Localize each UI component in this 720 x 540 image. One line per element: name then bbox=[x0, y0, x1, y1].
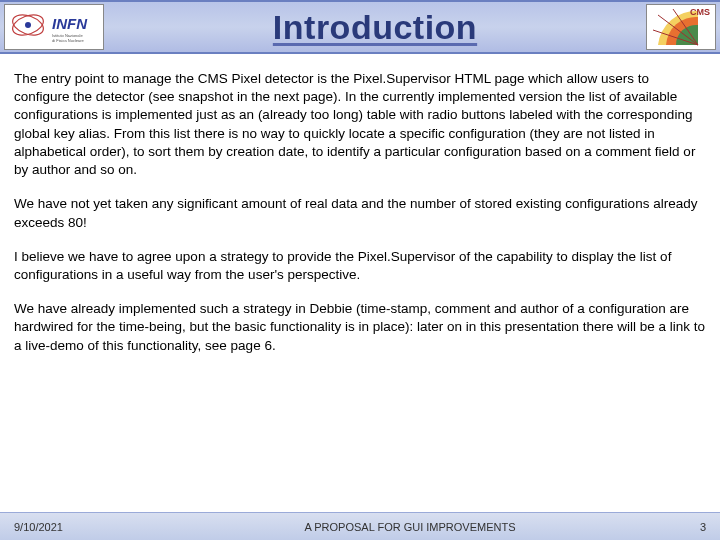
paragraph-2: We have not yet taken any significant am… bbox=[14, 195, 706, 231]
paragraph-1: The entry point to manage the CMS Pixel … bbox=[14, 70, 706, 179]
paragraph-3: I believe we have to agree upon a strate… bbox=[14, 248, 706, 284]
slide-footer: 9/10/2021 A PROPOSAL FOR GUI IMPROVEMENT… bbox=[0, 512, 720, 540]
cms-logo-text: CMS bbox=[690, 7, 710, 17]
footer-date: 9/10/2021 bbox=[0, 521, 140, 533]
slide-header: INFN Istituto Nazionale di Fisica Nuclea… bbox=[0, 0, 720, 54]
slide-body: The entry point to manage the CMS Pixel … bbox=[0, 54, 720, 355]
footer-page-number: 3 bbox=[680, 521, 720, 533]
infn-logo: INFN Istituto Nazionale di Fisica Nuclea… bbox=[4, 4, 104, 50]
svg-text:di Fisica Nucleare: di Fisica Nucleare bbox=[52, 38, 85, 43]
paragraph-4: We have already implemented such a strat… bbox=[14, 300, 706, 355]
slide-title: Introduction bbox=[104, 8, 646, 47]
cms-logo: CMS bbox=[646, 4, 716, 50]
footer-title: A PROPOSAL FOR GUI IMPROVEMENTS bbox=[140, 521, 680, 533]
svg-point-2 bbox=[25, 22, 31, 28]
infn-logo-text: INFN bbox=[52, 15, 88, 32]
